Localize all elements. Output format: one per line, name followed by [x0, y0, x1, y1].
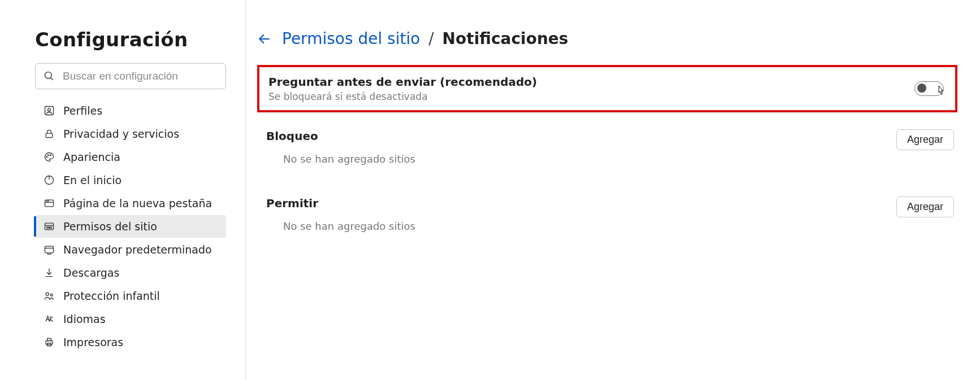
- sidebar-item-label: Protección infantil: [63, 290, 160, 302]
- sidebar-item-label: Impresoras: [63, 336, 123, 348]
- ask-before-send-subtitle: Se bloqueará si está desactivada: [268, 91, 537, 102]
- sidebar-item-label: Privacidad y servicios: [63, 128, 179, 140]
- sidebar-item-label: Descargas: [63, 267, 119, 279]
- permissions-icon: [43, 220, 55, 233]
- breadcrumb: Permisos del sitio / Notificaciones: [257, 29, 957, 48]
- svg-rect-17: [50, 227, 51, 229]
- breadcrumb-separator: /: [423, 29, 439, 48]
- lock-icon: [43, 128, 55, 140]
- svg-point-3: [48, 108, 51, 111]
- sidebar-item-label: Permisos del sitio: [63, 220, 157, 233]
- svg-rect-16: [47, 227, 49, 229]
- sidebar-title: Configuración: [35, 28, 226, 51]
- ask-before-send-title: Preguntar antes de enviar (recomendado): [268, 75, 537, 89]
- svg-rect-26: [47, 338, 51, 340]
- sidebar-item-site-permissions[interactable]: Permisos del sitio: [35, 215, 226, 238]
- sidebar-item-default-browser[interactable]: Navegador predeterminado: [35, 238, 226, 261]
- svg-rect-14: [45, 223, 54, 230]
- breadcrumb-parent[interactable]: Permisos del sitio: [282, 29, 420, 48]
- settings-main: Permisos del sitio / Notificaciones Preg…: [246, 0, 980, 380]
- download-icon: [43, 267, 55, 279]
- arrow-left-icon: [257, 32, 272, 46]
- svg-rect-18: [45, 246, 54, 253]
- svg-point-6: [48, 155, 49, 156]
- sidebar-item-appearance[interactable]: Apariencia: [35, 146, 226, 168]
- sidebar-item-label: Página de la nueva pestaña: [63, 197, 212, 209]
- sidebar-item-on-startup[interactable]: En el inicio: [35, 169, 226, 191]
- svg-rect-25: [46, 341, 53, 345]
- appearance-icon: [43, 151, 55, 163]
- svg-point-12: [46, 201, 47, 202]
- sidebar-item-new-tab[interactable]: Página de la nueva pestaña: [35, 192, 226, 215]
- family-icon: [43, 290, 55, 302]
- sidebar-item-languages[interactable]: Idiomas: [35, 308, 226, 330]
- allow-section: Permitir No se han agregado sitios Agreg…: [257, 192, 957, 249]
- sidebar-item-profiles[interactable]: Perfiles: [35, 99, 226, 122]
- newtab-icon: [43, 197, 55, 209]
- svg-point-0: [45, 72, 52, 79]
- svg-line-1: [51, 78, 53, 80]
- sidebar-item-label: Idiomas: [63, 313, 106, 325]
- sidebar-item-label: En el inicio: [63, 174, 122, 186]
- sidebar-item-privacy[interactable]: Privacidad y servicios: [35, 123, 226, 145]
- svg-point-22: [46, 292, 49, 295]
- sidebar-item-printers[interactable]: Impresoras: [35, 331, 226, 353]
- sidebar-nav: Perfiles Privacidad y servicios Aparienc…: [35, 99, 226, 354]
- back-button[interactable]: [257, 32, 272, 46]
- allow-empty-text: No se han agregado sitios: [266, 220, 896, 232]
- allow-add-button[interactable]: Agregar: [896, 196, 954, 217]
- ask-before-send-row: Preguntar antes de enviar (recomendado) …: [257, 65, 957, 112]
- sidebar-item-family-safety[interactable]: Protección infantil: [35, 285, 226, 307]
- search-input-wrapper[interactable]: [35, 63, 226, 89]
- sidebar-item-label: Apariencia: [63, 151, 120, 163]
- block-title: Bloqueo: [266, 129, 896, 143]
- svg-rect-4: [46, 133, 53, 138]
- svg-point-13: [48, 201, 49, 202]
- search-input[interactable]: [62, 69, 218, 83]
- printer-icon: [43, 336, 55, 348]
- block-empty-text: No se han agregado sitios: [266, 153, 896, 165]
- svg-point-7: [50, 155, 51, 156]
- sidebar-item-label: Perfiles: [63, 104, 102, 117]
- svg-point-23: [50, 294, 53, 296]
- power-icon: [43, 174, 55, 186]
- block-section: Bloqueo No se han agregado sitios Agrega…: [257, 125, 957, 182]
- sidebar-item-label: Navegador predeterminado: [63, 243, 212, 256]
- svg-point-5: [46, 156, 47, 158]
- profile-icon: [43, 104, 55, 117]
- search-icon: [44, 71, 62, 82]
- ask-before-send-toggle[interactable]: [914, 81, 944, 96]
- browser-icon: [43, 243, 55, 256]
- breadcrumb-current: Notificaciones: [443, 29, 569, 48]
- sidebar-item-downloads[interactable]: Descargas: [35, 261, 226, 284]
- settings-sidebar: Configuración Perfiles Privacidad y serv…: [0, 0, 246, 380]
- block-add-button[interactable]: Agregar: [896, 129, 954, 150]
- allow-title: Permitir: [266, 196, 896, 210]
- language-icon: [43, 313, 55, 325]
